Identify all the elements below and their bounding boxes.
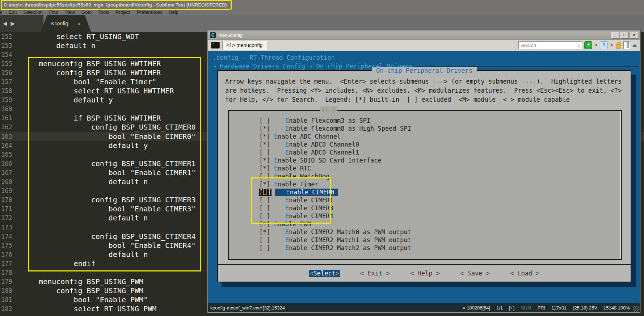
code-text: default y (15, 96, 113, 104)
conemu-tabbar: >_ <1> menuconfig ⌕ + ▼ 1 ▼ ≡ (208, 40, 640, 51)
menu-selection[interactable]: Selection (20, 9, 46, 15)
checkbox: [*] (259, 220, 270, 228)
console-tab[interactable]: <1> menuconfig (222, 41, 267, 50)
code-text: config BSP_USING_CTIMER0 (15, 123, 196, 131)
menu-item-enable-adc0-channel1[interactable]: [ ] Enable ADC0 Channel1 (259, 148, 621, 156)
kconfig-dialog: On-chip Peripheral Drivers Arrow keys na… (217, 70, 631, 282)
menu-edit[interactable]: Edit (5, 9, 20, 15)
hotkey-letter: E (285, 236, 289, 244)
search-input[interactable] (518, 41, 582, 49)
line-number: 163 (0, 133, 15, 140)
new-console-button[interactable]: + (584, 41, 592, 49)
menu-item-enable-timer[interactable]: [*] Enable Timer (259, 180, 621, 188)
menu-preferences[interactable]: Preferences (134, 9, 165, 15)
line-number: 173 (0, 224, 15, 231)
menu-tools[interactable]: Tools (95, 9, 112, 15)
checkbox: [*] (259, 125, 270, 132)
menu-item-enable-watchdog[interactable]: [ ] Enable WatchDog (259, 172, 621, 180)
menu-item-enable-cimer4[interactable]: [ ] Enable CIMER4 (259, 212, 621, 220)
menu-item-enable-rtc[interactable]: [*] Enable RTC (259, 164, 621, 172)
checkbox: [ ] (259, 197, 270, 204)
menu-item-enable-cimer1[interactable]: [ ] Enable CIMER1 (259, 196, 621, 204)
hotkey-letter: E (285, 244, 289, 252)
conemu-titlebar[interactable]: C menuconfig _ □ × (208, 31, 640, 40)
line-number: 182 (0, 305, 15, 312)
search-icon: ⌕ (578, 42, 581, 49)
status-segments: « 180206[64]1/1[+]NUMPRI117x31(25,18) 25… (463, 305, 630, 311)
code-text: menuconfig BSP_USING_PWM (15, 277, 143, 286)
tab-close-icon[interactable]: × (77, 21, 81, 27)
menu-item-enable-adc-channel[interactable]: [*] Enable ADC Channel (259, 132, 621, 140)
hotkey-letter: S (467, 270, 471, 277)
exit-button[interactable]: < Exit > (360, 270, 390, 277)
line-number: 181 (0, 296, 15, 303)
menu-view[interactable]: View (62, 9, 78, 15)
menu-item-enable-sdio-sd-card-interface[interactable]: [*] Enable SDIO SD Card Interface (259, 156, 621, 164)
menu-item-enable-cimer2-match2-as-pwm-output[interactable]: [ ] Enable CIMER2 Match2 as PWM output (259, 244, 621, 252)
menu-item-enable-cimer3[interactable]: [ ] Enable CIMER3 (259, 204, 621, 212)
instruction-line: are hotkeys. Pressing <Y> includes, <N> … (225, 86, 623, 95)
menu-project[interactable]: Project (113, 9, 134, 15)
menu-icon[interactable]: ≡ (632, 42, 637, 49)
hotkey-letter: E (285, 212, 289, 220)
hotkey-letter: E (368, 270, 371, 277)
chevron-down-icon[interactable]: ▼ (610, 43, 613, 47)
menu-item-enable-cimer2-match0-as-pwm-output[interactable]: [*] Enable CIMER2 Match0 as PWM output (259, 228, 621, 236)
select-button[interactable]: <Select> (309, 270, 340, 277)
menu-item-enable-cimer0[interactable]: [] Enable CIMER0 (259, 188, 621, 196)
scroll-up-indicator: ↑(-) (320, 106, 337, 113)
load-button[interactable]: < Load > (510, 270, 540, 277)
dialog-title: On-chip Peripheral Drivers (372, 67, 477, 74)
sublime-header: C:\nxp\rt-thread\bsp\lpc55sxx\lpc55s69_m… (0, 0, 644, 15)
hotkey-letter: E (285, 117, 289, 124)
minimize-button[interactable]: _ (611, 32, 619, 39)
checkbox: [*] (259, 141, 270, 148)
status-seg-pri: PRI (538, 305, 546, 311)
status-seg-25-18-25v: (25,18) 25V (573, 305, 597, 311)
line-number: 160 (0, 105, 15, 113)
angle-bracket: < (310, 270, 313, 277)
menu-file[interactable]: File (0, 9, 5, 15)
lock-icon[interactable] (615, 42, 621, 49)
line-number: 168 (0, 178, 15, 185)
window-title: C:\nxp\rt-thread\bsp\lpc55sxx\lpc55s69_m… (4, 2, 227, 8)
button-divider (218, 264, 631, 265)
console-icon: >_ (211, 42, 220, 49)
code-text: bool "Enable CIMER4" (15, 241, 196, 250)
menu-item-enable-adc0-channel0[interactable]: [*] Enable ADC0 Channel0 (259, 140, 621, 148)
code-text: bool "Enable Timer" (15, 77, 156, 86)
terminal[interactable]: .config - RT-Thread Configuration → Hard… (208, 51, 640, 303)
code-text: default n (15, 41, 96, 50)
console-number-button[interactable]: 1 (600, 41, 608, 49)
line-number: 171 (0, 205, 15, 212)
code-text: select RT_USING_WDT (15, 32, 139, 41)
menu-find[interactable]: Find (46, 9, 62, 15)
close-button[interactable]: × (630, 32, 638, 39)
menu-item-enable-flexcomm8-as-high-speed-spi[interactable]: [*] Enable Flexcomm8 as High Speed SPI (259, 125, 621, 132)
chevron-down-icon[interactable]: ▼ (594, 43, 598, 47)
sublime-titlebar: C:\nxp\rt-thread\bsp\lpc55sxx\lpc55s69_m… (0, 0, 644, 9)
code-text: config BSP_USING_CTIMER1 (15, 159, 196, 168)
nav-forward-icon[interactable]: ▶ (11, 20, 15, 27)
line-number: 157 (0, 78, 15, 85)
dialog-buttons: <Select>< Exit >< Help >< Save >< Load > (218, 270, 631, 277)
menu-help[interactable]: Help (165, 9, 182, 15)
hotkey-letter: E (285, 197, 289, 204)
panel-icon[interactable] (623, 41, 630, 49)
hotkey-letter: E (274, 157, 278, 164)
status-seg-117x31: 117x31 (551, 305, 567, 311)
menu-item-enable-pwm[interactable]: [*] Enable PWM (259, 220, 621, 228)
resize-grip[interactable] (633, 306, 639, 312)
status-process: kconfig-mconf_win7.exe*[32]:15324 (210, 305, 285, 311)
kconfig-title-line: .config - RT-Thread Configuration (212, 54, 335, 61)
help-button[interactable]: < Help > (410, 270, 440, 277)
option-list: [ ] Enable Flexcomm3 as SPI[*] Enable Fl… (229, 111, 621, 252)
menu-item-enable-cimer2-match1-as-pwm-output[interactable]: [ ] Enable CIMER2 Match1 as PWM output (259, 236, 621, 244)
checkbox: [ ] (259, 212, 270, 220)
maximize-button[interactable]: □ (620, 32, 629, 39)
tab-kconfig[interactable]: Kconfig × (41, 15, 91, 32)
save-button[interactable]: < Save > (460, 270, 490, 277)
nav-back-icon[interactable]: ◀ (3, 20, 7, 27)
menu-item-enable-flexcomm3-as-spi[interactable]: [ ] Enable Flexcomm3 as SPI (259, 117, 621, 125)
menu-goto[interactable]: Goto (78, 9, 95, 15)
